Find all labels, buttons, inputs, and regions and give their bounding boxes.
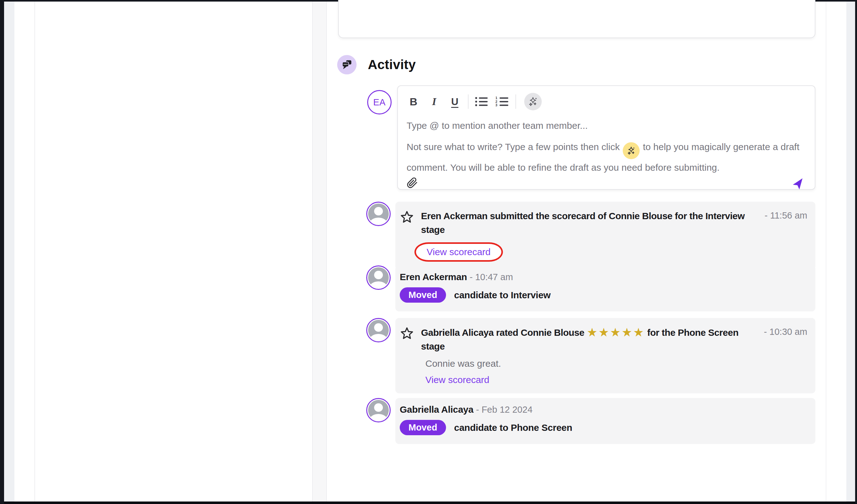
svg-text:1: 1 [495,96,497,100]
avatar [366,398,391,422]
ai-hint-text: Not sure what to write? Type a few point… [407,139,806,176]
activity-time: - 10:47 am [469,272,513,282]
bullet-list-button[interactable] [475,94,489,109]
comment-editor[interactable]: B I U 1 2 3 [397,85,816,190]
panel-resizer-gutter [313,2,326,502]
view-scorecard-link[interactable]: View scorecard [425,375,489,385]
actor-name: Gabriella Alicaya [400,404,473,415]
activity-time: - 10:30 am [763,326,807,337]
svg-text:2: 2 [495,100,497,104]
star-icon [400,210,414,224]
activity-text: Eren Ackerman submitted the scorecard of… [421,209,760,237]
current-user-avatar: EA [367,90,391,115]
page-title: Activity [368,57,416,72]
activity-text: candidate to Phone Screen [454,422,572,433]
avatar-initials: EA [367,90,391,115]
star-icon [400,326,414,341]
activity-item-moved-phone-screen: Gabriella Alicaya - Feb 12 2024 Moved ca… [366,398,816,444]
numbered-list-button[interactable]: 1 2 3 [495,94,509,109]
toolbar-divider [516,94,516,109]
ai-sparkles-button[interactable] [524,93,542,110]
toolbar-divider [468,94,469,109]
activity-text: Gabriella Alicaya rated Connie Blouse ★★… [421,326,760,353]
underline-button[interactable]: U [448,94,461,109]
bold-button[interactable]: B [407,94,420,109]
moved-badge: Moved [400,287,446,303]
chat-bubbles-icon [337,55,356,74]
previous-section-card [338,0,816,38]
avatar [366,318,391,342]
annotation-red-ellipse: View scorecard [415,242,503,262]
activity-time: - 11:56 am [763,209,807,221]
avatar [366,265,391,290]
ai-hint-before: Not sure what to write? Type a few point… [407,142,620,152]
main-panel-divider [326,2,327,502]
svg-text:3: 3 [495,103,497,107]
left-panel-inner-divider [34,2,35,502]
window-frame-bottom [0,502,857,504]
actor-name: Eren Ackerman [400,272,467,282]
attachment-icon[interactable] [407,177,418,190]
editor-toolbar: B I U 1 2 3 [407,93,806,110]
right-gutter [846,2,855,502]
view-scorecard-link[interactable]: View scorecard [426,247,491,257]
activity-item-rated: Gabriella Alicaya rated Connie Blouse ★★… [366,318,816,393]
editor-footer [407,176,806,191]
window-frame-right [855,0,857,504]
left-gutter [4,2,14,502]
activity-header: Activity [337,55,416,74]
scorecard-comment: Connie was great. [425,358,807,369]
right-rail-divider [826,2,826,502]
activity-item-moved-interview: Eren Ackerman - 10:47 am Moved candidate… [366,265,816,311]
moved-badge: Moved [400,420,446,435]
candidate-activity-page: Activity EA B I U 1 [0,0,857,504]
avatar [366,202,391,226]
italic-button[interactable]: I [427,94,441,109]
activity-time: - Feb 12 2024 [476,404,533,415]
mention-placeholder[interactable]: Type @ to mention another team member... [407,120,806,131]
star-rating: ★★★★★ [587,326,645,339]
activity-item-scorecard-submitted: Eren Ackerman submitted the scorecard of… [366,202,816,270]
send-button[interactable] [792,176,806,191]
activity-text: candidate to Interview [454,290,551,300]
ai-sparkles-inline-icon [623,142,640,159]
window-frame-left [0,0,4,504]
